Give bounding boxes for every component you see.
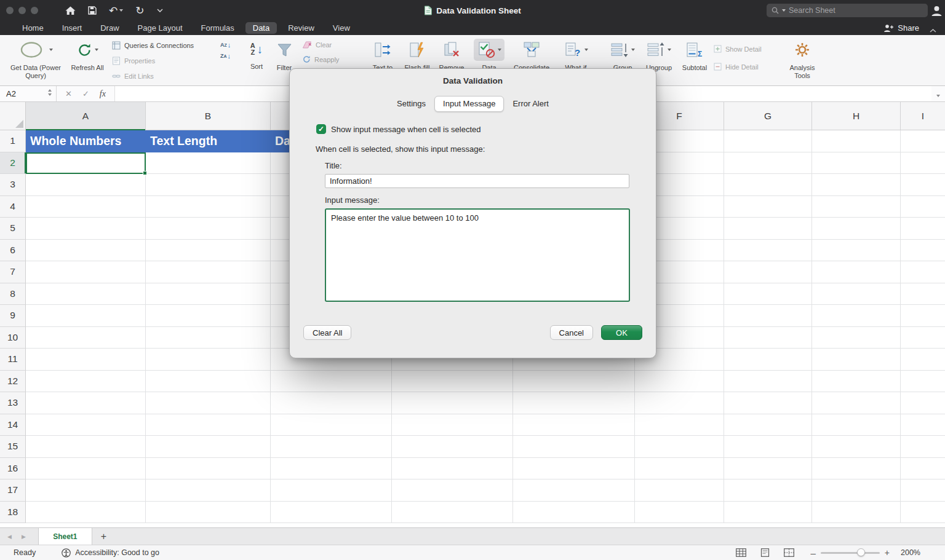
queries-connections-button[interactable]: Queries & Connections — [112, 41, 194, 50]
cell-I5[interactable] — [901, 218, 945, 240]
row-header-4[interactable]: 4 — [0, 196, 26, 218]
cell-B1[interactable]: Text Length — [146, 130, 271, 152]
redo-button[interactable]: ↻ — [135, 6, 144, 16]
cell-G16[interactable] — [724, 458, 812, 480]
cell-C15[interactable] — [271, 436, 392, 458]
cell-B16[interactable] — [146, 458, 271, 480]
filter-button[interactable]: Filter — [271, 38, 298, 72]
formula-bar-expand-button[interactable] — [931, 89, 945, 100]
cell-F18[interactable] — [635, 502, 724, 524]
cell-I10[interactable] — [901, 327, 945, 349]
row-header-8[interactable]: 8 — [0, 283, 26, 306]
consolidate-button[interactable]: Consolidate — [509, 38, 554, 72]
ungroup-button[interactable]: Ungroup — [641, 38, 677, 72]
row-header-7[interactable]: 7 — [0, 261, 26, 283]
cell-D14[interactable] — [392, 414, 513, 436]
cell-E15[interactable] — [513, 436, 635, 458]
cell-G13[interactable] — [724, 392, 812, 414]
cell-G12[interactable] — [724, 371, 812, 393]
home-button[interactable] — [65, 6, 76, 15]
tab-review[interactable]: Review — [281, 22, 322, 34]
cell-H12[interactable] — [812, 371, 901, 393]
search-input[interactable]: Search Sheet — [767, 4, 928, 17]
cell-D15[interactable] — [392, 436, 513, 458]
add-sheet-button[interactable]: + — [92, 528, 115, 545]
name-box-stepper[interactable] — [48, 89, 52, 96]
cell-B2[interactable] — [146, 152, 271, 175]
cell-H13[interactable] — [812, 392, 901, 414]
cancel-entry-button[interactable]: ✕ — [65, 89, 72, 98]
cell-F13[interactable] — [635, 392, 724, 414]
zoom-slider[interactable] — [821, 552, 880, 554]
cell-B10[interactable] — [146, 327, 271, 349]
cell-F16[interactable] — [635, 458, 724, 480]
sheet-nav-prev-button[interactable]: ◀ — [7, 534, 12, 540]
cell-G17[interactable] — [724, 479, 812, 502]
row-header-1[interactable]: 1 — [0, 130, 26, 152]
cell-H16[interactable] — [812, 458, 901, 480]
cell-I15[interactable] — [901, 436, 945, 458]
cell-A5[interactable] — [26, 218, 146, 240]
normal-view-button[interactable] — [736, 548, 746, 557]
cell-I7[interactable] — [901, 261, 945, 283]
cell-C18[interactable] — [271, 502, 392, 524]
column-header-A[interactable]: A — [26, 102, 146, 130]
column-header-B[interactable]: B — [146, 102, 271, 130]
cell-G7[interactable] — [724, 261, 812, 283]
cell-G4[interactable] — [724, 196, 812, 218]
cell-B7[interactable] — [146, 261, 271, 283]
cell-I2[interactable] — [901, 152, 945, 175]
tab-home[interactable]: Home — [15, 22, 51, 34]
column-header-H[interactable]: H — [812, 102, 901, 130]
cell-G1[interactable] — [724, 130, 812, 152]
cell-B3[interactable] — [146, 174, 271, 196]
cell-H18[interactable] — [812, 502, 901, 524]
cell-B17[interactable] — [146, 479, 271, 502]
row-header-9[interactable]: 9 — [0, 305, 26, 327]
accessibility-status-button[interactable]: Accessibility: Good to go — [62, 548, 159, 558]
sort-button[interactable]: AZ↓ Sort — [242, 38, 271, 71]
cell-I9[interactable] — [901, 305, 945, 327]
tab-draw[interactable]: Draw — [93, 22, 126, 34]
cell-C12[interactable] — [271, 371, 392, 393]
analysis-tools-button[interactable]: Analysis Tools — [783, 38, 822, 80]
cell-A3[interactable] — [26, 174, 146, 196]
cell-C14[interactable] — [271, 414, 392, 436]
cell-C16[interactable] — [271, 458, 392, 480]
save-button[interactable] — [88, 6, 97, 15]
cell-B15[interactable] — [146, 436, 271, 458]
cell-G2[interactable] — [724, 152, 812, 175]
cell-G15[interactable] — [724, 436, 812, 458]
cell-H3[interactable] — [812, 174, 901, 196]
cell-A7[interactable] — [26, 261, 146, 283]
row-header-6[interactable]: 6 — [0, 240, 26, 262]
cell-D12[interactable] — [392, 371, 513, 393]
zoom-slider-knob[interactable] — [857, 548, 865, 556]
minimize-window-button[interactable] — [18, 7, 26, 14]
cell-F17[interactable] — [635, 479, 724, 502]
cell-A18[interactable] — [26, 502, 146, 524]
tab-view[interactable]: View — [325, 22, 357, 34]
zoom-level[interactable]: 200% — [901, 548, 920, 557]
row-header-15[interactable]: 15 — [0, 436, 26, 458]
cell-C13[interactable] — [271, 392, 392, 414]
row-header-5[interactable]: 5 — [0, 218, 26, 240]
sort-descending-button[interactable]: ZA↓ — [220, 53, 231, 59]
cell-H4[interactable] — [812, 196, 901, 218]
cell-G9[interactable] — [724, 305, 812, 327]
cell-A16[interactable] — [26, 458, 146, 480]
get-data-button[interactable]: Get Data (Power Query) — [2, 38, 69, 80]
dialog-tab-error-alert[interactable]: Error Alert — [504, 96, 557, 112]
cell-H1[interactable] — [812, 130, 901, 152]
cell-I13[interactable] — [901, 392, 945, 414]
cell-B9[interactable] — [146, 305, 271, 327]
cell-H7[interactable] — [812, 261, 901, 283]
cell-H10[interactable] — [812, 327, 901, 349]
cell-I14[interactable] — [901, 414, 945, 436]
cell-G3[interactable] — [724, 174, 812, 196]
tab-insert[interactable]: Insert — [55, 22, 90, 34]
cell-I18[interactable] — [901, 502, 945, 524]
group-button[interactable]: Group — [605, 38, 640, 72]
tab-data[interactable]: Data — [245, 22, 277, 34]
clear-filter-button[interactable]: Clear — [303, 41, 339, 49]
